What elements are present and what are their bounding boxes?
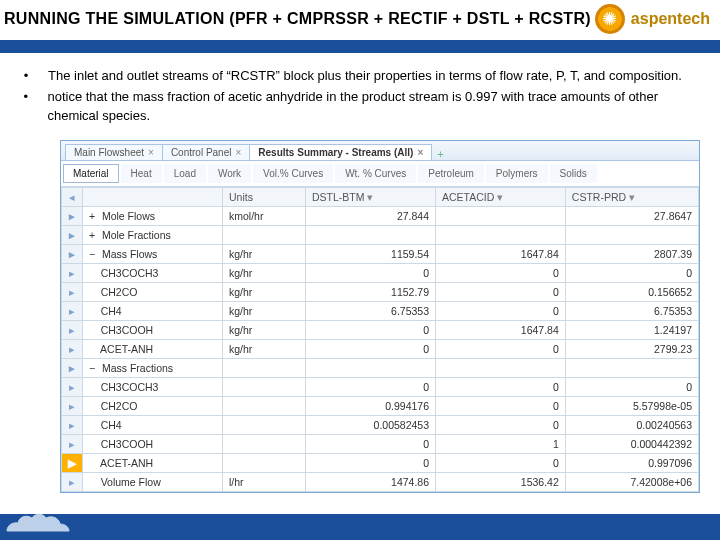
cell-value[interactable]: 0 (305, 339, 435, 358)
cell-value[interactable]: 0 (436, 415, 566, 434)
row-handle[interactable]: ▸ (62, 263, 83, 282)
brand-logo: ✺ aspentech (595, 4, 710, 34)
cell-value[interactable]: 27.8647 (565, 206, 698, 225)
cell-value[interactable]: 1536.42 (436, 472, 566, 491)
cell-value[interactable]: 6.75353 (305, 301, 435, 320)
cell-value[interactable]: 0 (305, 263, 435, 282)
row-handle[interactable]: ▸ (62, 358, 83, 377)
cell-value[interactable] (565, 358, 698, 377)
row-handle[interactable]: ▸ (62, 396, 83, 415)
cell-value[interactable]: 1647.84 (436, 244, 566, 263)
cell-value[interactable]: 0 (436, 301, 566, 320)
cell-value[interactable]: 1 (436, 434, 566, 453)
slide-footer (0, 514, 720, 540)
cell-value[interactable]: 0 (305, 320, 435, 339)
row-units: kg/hr (223, 244, 306, 263)
row-units (223, 453, 306, 472)
results-grid[interactable]: ◂ Units DSTL-BTM ▾ ACETACID ▾ CSTR-PRD ▾… (61, 187, 699, 492)
row-handle[interactable]: ▸ (62, 320, 83, 339)
cell-value[interactable]: 0.00240563 (565, 415, 698, 434)
cell-value[interactable]: 0 (436, 339, 566, 358)
row-label: + Mole Fractions (83, 225, 223, 244)
row-handle[interactable]: ▸ (62, 472, 83, 491)
row-handle[interactable]: ▸ (62, 206, 83, 225)
row-handle[interactable]: ▸ (62, 377, 83, 396)
cell-value[interactable]: 0 (305, 377, 435, 396)
subtab-wtcurves[interactable]: Wt. % Curves (335, 164, 416, 183)
subtab-work[interactable]: Work (208, 164, 251, 183)
cell-value[interactable] (436, 225, 566, 244)
subtab-load[interactable]: Load (164, 164, 206, 183)
cell-value[interactable] (565, 225, 698, 244)
subtab-volcurves[interactable]: Vol.% Curves (253, 164, 333, 183)
row-handle[interactable]: ▸ (62, 244, 83, 263)
cell-value[interactable]: 5.57998e-05 (565, 396, 698, 415)
bullet-2: notice that the mass fraction of acetic … (47, 88, 712, 126)
row-units (223, 358, 306, 377)
cell-value[interactable]: 0.994176 (305, 396, 435, 415)
cell-value[interactable]: 0 (436, 263, 566, 282)
cell-value[interactable]: 1647.84 (436, 320, 566, 339)
cell-value[interactable]: 0 (436, 396, 566, 415)
row-units (223, 415, 306, 434)
cell-value[interactable]: 0.00582453 (305, 415, 435, 434)
subtab-solids[interactable]: Solids (550, 164, 597, 183)
row-handle[interactable]: ▸ (62, 225, 83, 244)
cell-value[interactable]: 27.844 (305, 206, 435, 225)
close-icon[interactable]: × (235, 147, 241, 158)
cell-value[interactable]: 7.42008e+06 (565, 472, 698, 491)
cell-value[interactable]: 0 (305, 453, 435, 472)
row-units: kmol/hr (223, 206, 306, 225)
row-handle[interactable]: ▸ (62, 415, 83, 434)
close-icon[interactable]: × (417, 147, 423, 158)
cell-value[interactable] (436, 358, 566, 377)
chevron-down-icon[interactable]: ▾ (497, 191, 503, 203)
col-stream-3[interactable]: CSTR-PRD ▾ (565, 187, 698, 206)
row-label: CH4 (83, 301, 223, 320)
cell-value[interactable]: 2807.39 (565, 244, 698, 263)
row-handle[interactable]: ▸ (62, 282, 83, 301)
cell-value[interactable] (305, 225, 435, 244)
row-handle[interactable]: ▸ (62, 434, 83, 453)
close-icon[interactable]: × (148, 147, 154, 158)
cell-value[interactable]: 0 (565, 263, 698, 282)
tab-results-streams[interactable]: Results Summary - Streams (All)× (249, 144, 432, 160)
subtab-petroleum[interactable]: Petroleum (418, 164, 484, 183)
row-label: + Mole Flows (83, 206, 223, 225)
cell-value[interactable]: 1.24197 (565, 320, 698, 339)
cell-value[interactable]: 6.75353 (565, 301, 698, 320)
add-tab-icon[interactable]: + (431, 148, 449, 160)
row-units: l/hr (223, 472, 306, 491)
subtab-heat[interactable]: Heat (121, 164, 162, 183)
cell-value[interactable]: 1474.86 (305, 472, 435, 491)
tab-main-flowsheet[interactable]: Main Flowsheet× (65, 144, 163, 160)
tab-control-panel[interactable]: Control Panel× (162, 144, 250, 160)
row-label: CH3COOH (83, 320, 223, 339)
cell-value[interactable] (305, 358, 435, 377)
col-stream-1[interactable]: DSTL-BTM ▾ (305, 187, 435, 206)
cell-value[interactable]: 0 (436, 282, 566, 301)
chevron-down-icon[interactable]: ▾ (629, 191, 635, 203)
cell-value[interactable]: 0 (565, 377, 698, 396)
cell-value[interactable]: 0 (305, 434, 435, 453)
cell-value[interactable]: 1159.54 (305, 244, 435, 263)
subtab-polymers[interactable]: Polymers (486, 164, 548, 183)
cell-value[interactable]: 1152.79 (305, 282, 435, 301)
subtab-material[interactable]: Material (63, 164, 119, 183)
chevron-down-icon[interactable]: ▾ (367, 191, 373, 203)
cell-value[interactable] (436, 206, 566, 225)
cell-value[interactable]: 0 (436, 453, 566, 472)
cell-value[interactable]: 0.156652 (565, 282, 698, 301)
row-handle[interactable]: ▸ (62, 301, 83, 320)
col-stream-2[interactable]: ACETACID ▾ (436, 187, 566, 206)
cell-value[interactable]: 2799.23 (565, 339, 698, 358)
expand-all-icon[interactable]: ◂ (62, 187, 83, 206)
cell-value[interactable]: 0 (436, 377, 566, 396)
row-handle[interactable]: ▶ (62, 453, 83, 472)
row-units: kg/hr (223, 282, 306, 301)
row-handle[interactable]: ▸ (62, 339, 83, 358)
row-label: CH3COOH (83, 434, 223, 453)
cell-value[interactable]: 0.000442392 (565, 434, 698, 453)
col-units: Units (223, 187, 306, 206)
cell-value[interactable]: 0.997096 (565, 453, 698, 472)
